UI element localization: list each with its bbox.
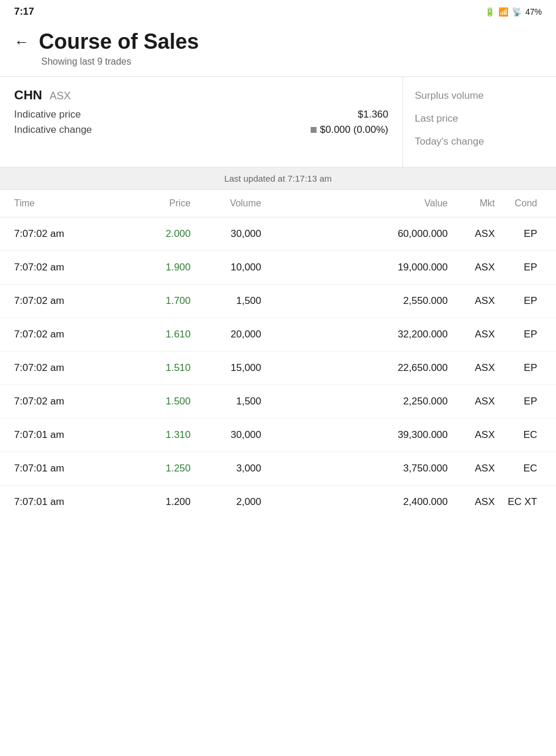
table-row: 7:07:02 am 1.510 15,000 22,650.000 ASX E… bbox=[0, 352, 556, 385]
trade-price-4: 1.510 bbox=[126, 362, 191, 374]
trade-value-4: 22,650.000 bbox=[261, 362, 448, 374]
trade-value-5: 2,250.000 bbox=[261, 396, 448, 407]
table-row: 7:07:01 am 1.310 30,000 39,300.000 ASX E… bbox=[0, 419, 556, 452]
info-panel: CHN ASX Indicative price $1.360 Indicati… bbox=[0, 77, 556, 168]
trade-mkt-3: ASX bbox=[448, 329, 495, 340]
trade-volume-0: 30,000 bbox=[191, 228, 261, 240]
trade-value-1: 19,000.000 bbox=[261, 262, 448, 273]
trade-cond-0: EP bbox=[495, 228, 542, 240]
ticker-exchange: ASX bbox=[49, 90, 71, 102]
table-row: 7:07:02 am 1.610 20,000 32,200.000 ASX E… bbox=[0, 318, 556, 352]
trade-volume-6: 30,000 bbox=[191, 429, 261, 441]
trade-time-5: 7:07:02 am bbox=[14, 396, 126, 407]
trade-price-5: 1.500 bbox=[126, 396, 191, 407]
trade-price-8: 1.200 bbox=[126, 496, 191, 508]
table-row: 7:07:01 am 1.250 3,000 3,750.000 ASX EC bbox=[0, 452, 556, 486]
last-updated-bar: Last updated at 7:17:13 am bbox=[0, 168, 556, 190]
trade-value-2: 2,550.000 bbox=[261, 295, 448, 307]
table-row: 7:07:02 am 1.700 1,500 2,550.000 ASX EP bbox=[0, 285, 556, 318]
table-header: Time Price Volume Value Mkt Cond bbox=[0, 190, 556, 218]
indicative-change-row: Indicative change $0.000 (0.00%) bbox=[14, 124, 388, 136]
indicative-change-label: Indicative change bbox=[14, 124, 92, 136]
indicative-price-row: Indicative price $1.360 bbox=[14, 109, 388, 121]
trade-time-6: 7:07:01 am bbox=[14, 429, 126, 441]
trade-cond-5: EP bbox=[495, 396, 542, 407]
table-row: 7:07:01 am 1.200 2,000 2,400.000 ASX EC … bbox=[0, 486, 556, 519]
todays-change-label: Today's change bbox=[415, 133, 544, 150]
trade-rows-container: 7:07:02 am 2.000 30,000 60,000.000 ASX E… bbox=[0, 218, 556, 519]
trade-volume-4: 15,000 bbox=[191, 362, 261, 374]
trade-mkt-4: ASX bbox=[448, 362, 495, 374]
trade-mkt-6: ASX bbox=[448, 429, 495, 441]
status-bar: 7:17 🔋 📶 📡 47% bbox=[0, 0, 556, 22]
page-subtitle: Showing last 9 trades bbox=[14, 56, 542, 67]
info-right: Surplus volume Last price Today's change bbox=[403, 77, 556, 167]
info-left: CHN ASX Indicative price $1.360 Indicati… bbox=[0, 77, 403, 167]
trade-cond-7: EC bbox=[495, 463, 542, 474]
col-header-value: Value bbox=[261, 198, 448, 209]
status-time: 7:17 bbox=[14, 6, 34, 18]
change-indicator-icon bbox=[311, 127, 317, 133]
trade-cond-3: EP bbox=[495, 329, 542, 340]
battery-icon: 🔋 bbox=[485, 7, 495, 16]
trade-volume-1: 10,000 bbox=[191, 262, 261, 273]
battery-percent: 47% bbox=[525, 7, 542, 16]
trade-time-3: 7:07:02 am bbox=[14, 329, 126, 340]
ticker-symbol: CHN bbox=[14, 88, 42, 102]
surplus-volume-label: Surplus volume bbox=[415, 88, 544, 105]
trade-cond-4: EP bbox=[495, 362, 542, 374]
trade-price-1: 1.900 bbox=[126, 262, 191, 273]
table-row: 7:07:02 am 1.500 1,500 2,250.000 ASX EP bbox=[0, 385, 556, 419]
trade-value-7: 3,750.000 bbox=[261, 463, 448, 474]
page-title: Course of Sales bbox=[39, 29, 199, 54]
trade-volume-7: 3,000 bbox=[191, 463, 261, 474]
trade-time-4: 7:07:02 am bbox=[14, 362, 126, 374]
trade-time-7: 7:07:01 am bbox=[14, 463, 126, 474]
indicative-price-label: Indicative price bbox=[14, 109, 81, 121]
trades-table: Time Price Volume Value Mkt Cond 7:07:02… bbox=[0, 190, 556, 519]
trade-volume-2: 1,500 bbox=[191, 295, 261, 307]
trade-volume-8: 2,000 bbox=[191, 496, 261, 508]
trade-value-8: 2,400.000 bbox=[261, 496, 448, 508]
status-right: 🔋 📶 📡 47% bbox=[485, 7, 542, 16]
trade-mkt-2: ASX bbox=[448, 295, 495, 307]
trade-price-7: 1.250 bbox=[126, 463, 191, 474]
col-header-volume: Volume bbox=[191, 198, 261, 209]
trade-cond-2: EP bbox=[495, 295, 542, 307]
col-header-price: Price bbox=[126, 198, 191, 209]
trade-volume-5: 1,500 bbox=[191, 396, 261, 407]
trade-cond-6: EC bbox=[495, 429, 542, 441]
last-price-label: Last price bbox=[415, 111, 544, 128]
signal-icon: 📡 bbox=[512, 7, 522, 16]
trade-mkt-5: ASX bbox=[448, 396, 495, 407]
trade-value-6: 39,300.000 bbox=[261, 429, 448, 441]
trade-price-0: 2.000 bbox=[126, 228, 191, 240]
trade-time-0: 7:07:02 am bbox=[14, 228, 126, 240]
trade-cond-8: EC XT bbox=[495, 496, 542, 508]
trade-price-2: 1.700 bbox=[126, 295, 191, 307]
trade-value-0: 60,000.000 bbox=[261, 228, 448, 240]
ticker-row: CHN ASX bbox=[14, 88, 388, 103]
header: ← Course of Sales Showing last 9 trades bbox=[0, 22, 556, 77]
wifi-icon: 📶 bbox=[498, 7, 508, 16]
trade-cond-1: EP bbox=[495, 262, 542, 273]
trade-mkt-0: ASX bbox=[448, 228, 495, 240]
trade-price-6: 1.310 bbox=[126, 429, 191, 441]
col-header-time: Time bbox=[14, 198, 126, 209]
trade-time-8: 7:07:01 am bbox=[14, 496, 126, 508]
trade-time-1: 7:07:02 am bbox=[14, 262, 126, 273]
col-header-mkt: Mkt bbox=[448, 198, 495, 209]
table-row: 7:07:02 am 1.900 10,000 19,000.000 ASX E… bbox=[0, 251, 556, 285]
trade-price-3: 1.610 bbox=[126, 329, 191, 340]
trade-value-3: 32,200.000 bbox=[261, 329, 448, 340]
trade-mkt-7: ASX bbox=[448, 463, 495, 474]
trade-mkt-8: ASX bbox=[448, 496, 495, 508]
trade-mkt-1: ASX bbox=[448, 262, 495, 273]
col-header-cond: Cond bbox=[495, 198, 542, 209]
indicative-price-value: $1.360 bbox=[358, 109, 388, 121]
back-button[interactable]: ← bbox=[14, 34, 29, 49]
indicative-change-value: $0.000 (0.00%) bbox=[311, 124, 388, 136]
table-row: 7:07:02 am 2.000 30,000 60,000.000 ASX E… bbox=[0, 218, 556, 251]
trade-volume-3: 20,000 bbox=[191, 329, 261, 340]
trade-time-2: 7:07:02 am bbox=[14, 295, 126, 307]
